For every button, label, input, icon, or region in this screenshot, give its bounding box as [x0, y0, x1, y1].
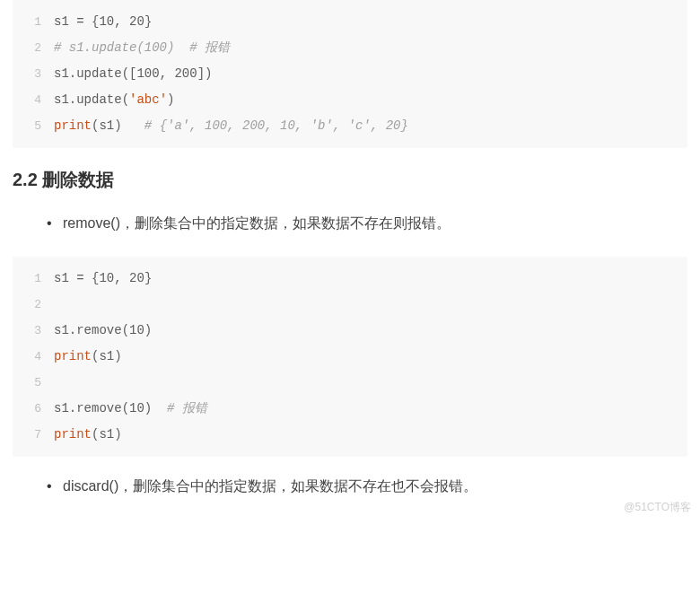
watermark: @51CTO博客: [624, 500, 691, 515]
code-line: 4print(s1): [22, 344, 678, 370]
code-content: s1.remove(10): [54, 318, 678, 343]
code-line: 6s1.remove(10) # 报错: [22, 396, 678, 422]
bullet-list-1: remove()，删除集合中的指定数据，如果数据不存在则报错。: [13, 210, 687, 237]
line-number: 3: [22, 319, 41, 344]
line-number: 1: [22, 267, 41, 292]
code-content: [54, 292, 678, 317]
line-number: 5: [22, 114, 41, 139]
line-number: 4: [22, 345, 41, 370]
line-number: 3: [22, 62, 41, 87]
code-line: 2: [22, 292, 678, 318]
line-number: 4: [22, 88, 41, 113]
line-number: 1: [22, 10, 41, 35]
code-line: 7print(s1): [22, 422, 678, 448]
bullet-desc: ，删除集合中的指定数据，如果数据不存在也不会报错。: [118, 478, 477, 494]
code-line: 5print(s1) # {'a', 100, 200, 10, 'b', 'c…: [22, 113, 678, 139]
line-number: 5: [22, 371, 41, 396]
method-name: discard(): [63, 478, 118, 494]
code-content: s1.update('abc'): [54, 87, 678, 112]
code-line: 3s1.remove(10): [22, 318, 678, 344]
method-name: remove(): [63, 215, 120, 231]
code-content: s1.update([100, 200]): [54, 61, 678, 86]
bullet-item-discard: discard()，删除集合中的指定数据，如果数据不存在也不会报错。: [63, 473, 687, 500]
code-block-1: 1s1 = {10, 20}2# s1.update(100) # 报错3s1.…: [13, 0, 687, 148]
code-line: 1s1 = {10, 20}: [22, 9, 678, 35]
code-content: [54, 370, 678, 395]
code-content: s1 = {10, 20}: [54, 9, 678, 34]
line-number: 2: [22, 293, 41, 318]
bullet-list-2: discard()，删除集合中的指定数据，如果数据不存在也不会报错。: [13, 473, 687, 500]
code-line: 2# s1.update(100) # 报错: [22, 35, 678, 61]
code-block-2: 1s1 = {10, 20}2 3s1.remove(10)4print(s1)…: [13, 257, 687, 457]
line-number: 7: [22, 423, 41, 448]
section-heading: 2.2 删除数据: [13, 168, 687, 192]
line-number: 2: [22, 36, 41, 61]
code-content: print(s1): [54, 344, 678, 369]
code-content: s1.remove(10) # 报错: [54, 396, 678, 421]
line-number: 6: [22, 397, 41, 422]
code-content: print(s1) # {'a', 100, 200, 10, 'b', 'c'…: [54, 113, 678, 138]
code-line: 1s1 = {10, 20}: [22, 266, 678, 292]
code-content: # s1.update(100) # 报错: [54, 35, 678, 60]
code-line: 5: [22, 370, 678, 396]
bullet-desc: ，删除集合中的指定数据，如果数据不存在则报错。: [120, 215, 451, 231]
code-content: s1 = {10, 20}: [54, 266, 678, 291]
bullet-item-remove: remove()，删除集合中的指定数据，如果数据不存在则报错。: [63, 210, 687, 237]
code-line: 3s1.update([100, 200]): [22, 61, 678, 87]
code-content: print(s1): [54, 422, 678, 447]
code-line: 4s1.update('abc'): [22, 87, 678, 113]
